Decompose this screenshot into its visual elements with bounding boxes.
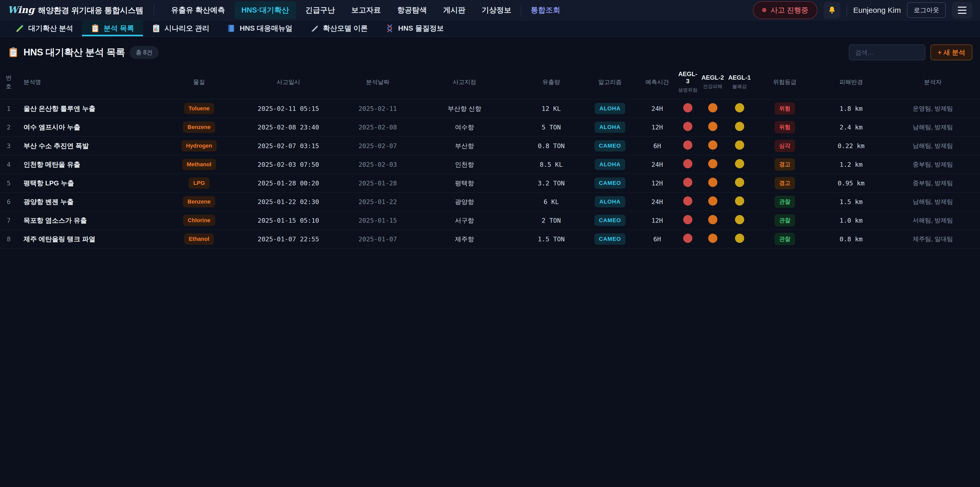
ruler-icon xyxy=(310,24,319,33)
tab-dispersion-model-theory[interactable]: 확산모델 이론 xyxy=(301,21,376,36)
tab-hns-manual[interactable]: HNS 대응매뉴얼 xyxy=(218,21,301,36)
nav-divider xyxy=(154,5,154,16)
header-substance: 물질 xyxy=(169,66,230,99)
risk-grade-chip: 관찰 xyxy=(775,196,795,208)
algorithm-chip: CAMEO xyxy=(594,140,626,152)
damage-radius: 1.2 km xyxy=(817,155,886,174)
logout-button[interactable]: 로그아웃 xyxy=(907,2,946,18)
analysis-name: 여수 엠프시아 누출 xyxy=(18,118,169,137)
incident-location: 부산항 xyxy=(408,137,520,155)
logo-wing-mark: Wing xyxy=(8,4,35,15)
hamburger-menu-button[interactable] xyxy=(952,2,972,19)
user-name: Eunjeong Kim xyxy=(853,6,901,14)
risk-grade-chip: 위험 xyxy=(775,102,795,115)
tab-hns-substance-info[interactable]: HNS 물질정보 xyxy=(376,21,452,36)
header-damage-radius: 피해반경 xyxy=(817,66,886,99)
analysis-date: 2025-02-07 xyxy=(347,137,408,155)
analyst: 중부팀, 방제팀 xyxy=(886,174,980,193)
aegl2-dot-icon xyxy=(708,234,718,243)
algorithm-chip: CAMEO xyxy=(594,215,626,226)
header-risk-grade: 위험등급 xyxy=(753,66,817,99)
incident-location: 서구항 xyxy=(408,211,520,230)
algorithm-chip: ALOHA xyxy=(595,159,625,170)
aegl1-dot-icon xyxy=(735,178,744,187)
header-amount: 유출량 xyxy=(520,66,582,99)
analysis-date: 2025-02-03 xyxy=(347,155,408,174)
sub-tabbar: 대기확산 분석 분석 목록 시나리오 관리 HNS 대응매뉴얼 xyxy=(0,21,980,37)
algorithm-chip: ALOHA xyxy=(595,196,625,208)
menu-item-weather[interactable]: 기상정보 xyxy=(475,1,518,19)
tab-scenario-management[interactable]: 시나리오 관리 xyxy=(143,21,218,36)
header-aegl3: AEGL-3 생명위험 xyxy=(676,66,699,99)
menu-item-reports[interactable]: 보고자료 xyxy=(345,1,388,19)
notification-button[interactable] xyxy=(824,2,840,19)
spill-amount: 12 KL xyxy=(520,99,582,118)
analysis-date: 2025-02-08 xyxy=(347,118,408,137)
new-analysis-button[interactable]: + 새 분석 xyxy=(931,45,972,60)
analyst: 남해팀, 방제팀 xyxy=(886,193,980,211)
row-number: 3 xyxy=(0,137,18,155)
clipboard-icon xyxy=(8,47,19,58)
risk-grade-chip: 심각 xyxy=(775,140,795,152)
table-row[interactable]: 2 여수 엠프시아 누출 Benzene 2025-02-08 23:40 20… xyxy=(0,118,980,137)
table-header-row: 번호 분석명 물질 사고일시 분석날짜 사고지점 유출량 알고리즘 예측시간 A… xyxy=(0,66,980,99)
row-number: 7 xyxy=(0,211,18,230)
bell-icon xyxy=(827,6,837,15)
incident-location: 평택항 xyxy=(408,174,520,193)
aegl1-dot-icon xyxy=(735,215,744,224)
table-row[interactable]: 8 제주 에탄올링 탱크 파열 Ethanol 2025-01-07 22:55… xyxy=(0,230,980,249)
table-body: 1 울산 온산항 톨루엔 누출 Toluene 2025-02-11 05:15… xyxy=(0,99,980,249)
row-number: 6 xyxy=(0,193,18,211)
table-row[interactable]: 4 인천항 메탄올 유출 Methanol 2025-02-03 07:50 2… xyxy=(0,155,980,174)
aegl1-dot-icon xyxy=(735,196,744,206)
forecast-time: 24H xyxy=(638,155,676,174)
hamburger-icon xyxy=(958,6,966,8)
substance-chip: Hydrogen xyxy=(181,140,217,152)
navbar-divider xyxy=(846,4,847,16)
aegl1-dot-icon xyxy=(735,234,744,243)
substance-chip: Chlorine xyxy=(183,215,215,226)
aegl2-dot-icon xyxy=(708,196,718,206)
aegl1-dot-icon xyxy=(735,141,744,150)
forecast-time: 12H xyxy=(638,174,676,193)
menu-item-integrated-search[interactable]: 통합조회 xyxy=(524,1,567,19)
toolbar-right: + 새 분석 xyxy=(849,45,972,60)
aegl3-dot-icon xyxy=(683,122,692,131)
substance-chip: Ethanol xyxy=(184,233,214,245)
table-row[interactable]: 6 광양항 벤젠 누출 Benzene 2025-01-22 02:30 202… xyxy=(0,193,980,211)
app-logo: Wing 해양환경 위기대응 통합시스템 xyxy=(8,4,143,16)
row-number: 4 xyxy=(0,155,18,174)
aegl1-dot-icon xyxy=(735,122,744,131)
menu-item-hns-dispersion[interactable]: HNS·대기확산 xyxy=(234,1,296,19)
forecast-time: 12H xyxy=(638,211,676,230)
analyst: 운영팀, 방제팀 xyxy=(886,99,980,118)
page-title: HNS 대기확산 분석 목록 총 8건 xyxy=(8,46,159,59)
search-input[interactable] xyxy=(849,45,925,60)
menu-item-air-search[interactable]: 항공탐색 xyxy=(390,1,434,19)
table-row[interactable]: 1 울산 온산항 톨루엔 누출 Toluene 2025-02-11 05:15… xyxy=(0,99,980,118)
damage-radius: 1.8 km xyxy=(817,99,886,118)
analyst: 중부팀, 방제팀 xyxy=(886,155,980,174)
analysis-date: 2025-01-07 xyxy=(347,230,408,249)
aegl3-dot-icon xyxy=(683,159,692,168)
incident-status-badge[interactable]: 사고 진행중 xyxy=(753,1,818,19)
menu-item-emergency-rescue[interactable]: 긴급구난 xyxy=(299,1,342,19)
aegl3-dot-icon xyxy=(683,103,692,112)
row-number: 1 xyxy=(0,99,18,118)
analysis-table: 번호 분석명 물질 사고일시 분석날짜 사고지점 유출량 알고리즘 예측시간 A… xyxy=(0,66,980,249)
menu-item-oil-spill[interactable]: 유출유 확산예측 xyxy=(164,1,232,19)
header-analyst: 분석자 xyxy=(886,66,980,99)
table-row[interactable]: 5 평택항 LPG 누출 LPG 2025-01-28 00:20 2025-0… xyxy=(0,174,980,193)
row-number: 8 xyxy=(0,230,18,249)
aegl1-dot-icon xyxy=(735,159,744,168)
table-row[interactable]: 7 목포항 염소스가 유출 Chlorine 2025-01-15 05:10 … xyxy=(0,211,980,230)
tab-dispersion-analysis[interactable]: 대기확산 분석 xyxy=(6,21,82,36)
tab-analysis-list[interactable]: 분석 목록 xyxy=(82,21,143,36)
menu-item-board[interactable]: 게시판 xyxy=(436,1,473,19)
incident-location: 여수항 xyxy=(408,118,520,137)
table-row[interactable]: 3 부산 수소 추진연 폭발 Hydrogen 2025-02-07 03:15… xyxy=(0,137,980,155)
incident-datetime: 2025-02-11 05:15 xyxy=(230,99,347,118)
header-algorithm: 알고리즘 xyxy=(582,66,638,99)
header-analysis-date: 분석날짜 xyxy=(347,66,408,99)
analyst: 남해팀, 방제팀 xyxy=(886,118,980,137)
